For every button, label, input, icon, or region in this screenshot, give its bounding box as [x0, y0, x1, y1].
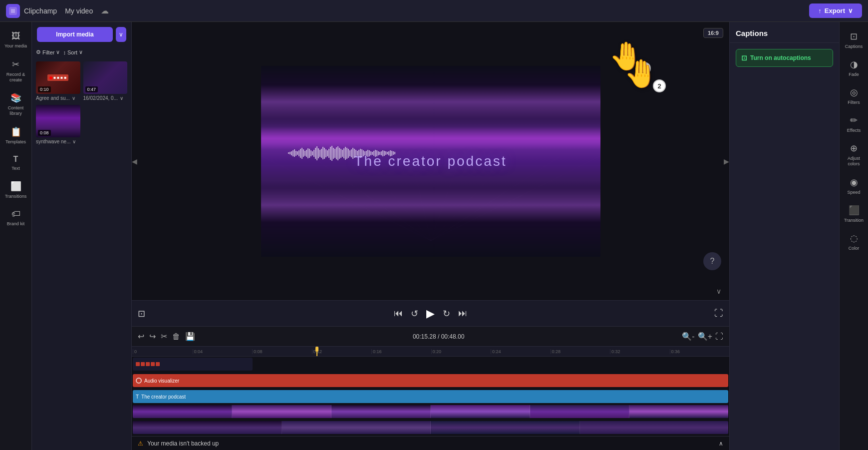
collapse-left-panel-button[interactable]: ◀: [132, 157, 137, 165]
media-panel: Import media ∨ ⚙ Filter ∨ ↕ Sort ∨: [32, 22, 132, 450]
sort-icon: ↕: [63, 49, 66, 55]
right-label-color: Color: [849, 246, 860, 251]
ruler-mark-0: 0: [133, 349, 193, 354]
sidebar-item-record-create[interactable]: ✂ Record &create: [0, 54, 31, 88]
delete-button[interactable]: 🗑: [172, 332, 180, 341]
forward-button[interactable]: ↻: [443, 308, 450, 319]
clip-creator-podcast-label: The creator podcast: [141, 394, 186, 400]
save-button[interactable]: 💾: [185, 332, 195, 341]
right-item-adjust-colors[interactable]: ⊕ Adjustcolors: [840, 138, 868, 172]
track-row-black: [132, 357, 729, 372]
media-timestamp-1: 0:10: [38, 86, 51, 92]
captions-panel: Captions ⊡ Turn on autocaptions: [729, 22, 839, 450]
transitions-icon: ⬜: [10, 181, 21, 192]
clip-audio-visualizer[interactable]: Audio visualizer: [133, 374, 728, 387]
expand-right-panel-button[interactable]: ▶: [724, 157, 729, 165]
right-item-transition[interactable]: ⬛ Transition: [840, 200, 868, 228]
right-item-filters[interactable]: ◎ Filters: [840, 82, 868, 110]
cut-button[interactable]: ✂: [161, 332, 167, 341]
skip-forward-button[interactable]: ⏭: [458, 308, 467, 319]
track-row-creator-podcast: T The creator podcast: [132, 388, 729, 404]
sidebar-label-text: Text: [11, 166, 20, 171]
status-icon: ⚠: [138, 440, 143, 447]
media-label-chevron-2: ∨: [120, 95, 123, 101]
ruler-mark-7: 0:28: [551, 349, 610, 354]
right-item-color[interactable]: ◌ Color: [840, 228, 868, 256]
help-button[interactable]: ?: [703, 252, 721, 270]
clip-audio-visualizer-label: Audio visualizer: [144, 378, 179, 384]
crop-button[interactable]: ⊡: [138, 308, 145, 319]
fit-button[interactable]: ⛶: [715, 332, 723, 341]
media-label-text-3: synthwave ne...: [36, 139, 70, 144]
skip-back-button[interactable]: ⏮: [394, 308, 403, 319]
video-preview: // This will be rendered by the template…: [261, 66, 600, 257]
ruler-mark-4: 0:16: [371, 349, 431, 354]
sort-button[interactable]: ↕ Sort ∨: [63, 49, 83, 55]
right-item-captions[interactable]: ⊡ Captions: [840, 26, 868, 54]
cloud-icon: ☁: [101, 6, 109, 15]
topbar-left: Clipchamp My video ☁: [6, 4, 109, 18]
right-item-fade[interactable]: ◑ Fade: [840, 54, 868, 82]
zoom-in-button[interactable]: 🔍+: [698, 332, 712, 341]
zoom-buttons: 🔍- 🔍+ ⛶: [682, 332, 723, 341]
export-button[interactable]: ↑ Export ∨: [809, 3, 862, 18]
turn-on-autocaptions-button[interactable]: ⊡ Turn on autocaptions: [736, 49, 833, 67]
captions-icon: ⊡: [741, 54, 747, 62]
status-collapse[interactable]: ∧: [719, 440, 723, 447]
timeline-time: 00:15.28 / 00:48.00: [413, 333, 464, 340]
track-row-dark-purple: [132, 420, 729, 436]
sidebar-label-content-library: Contentlibrary: [8, 105, 24, 116]
ruler-mark-1: 0:04: [193, 349, 253, 354]
app-logo: [6, 4, 20, 18]
right-label-effects: Effects: [847, 128, 861, 133]
filter-button[interactable]: ⚙ Filter ∨: [36, 49, 60, 55]
media-label-text-1: Agree and su...: [36, 95, 70, 101]
track-row-purple-video: [132, 404, 729, 420]
sidebar-item-your-media[interactable]: 🖼 Your media: [0, 26, 31, 54]
collapse-down-button[interactable]: ∨: [716, 287, 721, 295]
import-media-button[interactable]: Import media: [37, 27, 113, 42]
redo-button[interactable]: ↪: [149, 332, 156, 341]
left-sidebar: 🖼 Your media ✂ Record &create 📚 Contentl…: [0, 22, 32, 450]
clip-dark-purple-strip[interactable]: [133, 421, 728, 434]
right-item-speed[interactable]: ◉ Speed: [840, 172, 868, 200]
ruler-mark-3: 0:12: [312, 349, 372, 354]
clip-purple-video[interactable]: [133, 405, 728, 418]
sidebar-item-text[interactable]: T Text: [0, 150, 31, 176]
filters-icon: ◎: [850, 87, 858, 98]
sidebar-item-transitions[interactable]: ⬜ Transitions: [0, 176, 31, 204]
media-item-3[interactable]: 0:08 synthwave ne... ∨: [36, 105, 80, 144]
sort-chevron-icon: ∨: [79, 49, 83, 55]
color-icon: ◌: [850, 233, 858, 244]
sidebar-item-brand-kit[interactable]: 🏷 Brand kit: [0, 204, 31, 231]
sidebar-item-content-library[interactable]: 📚 Contentlibrary: [0, 87, 31, 121]
ruler-mark-2: 0:08: [252, 349, 312, 354]
ruler-mark-9: 0:36: [670, 349, 730, 354]
import-dropdown-button[interactable]: ∨: [116, 27, 126, 42]
video-title: My video: [65, 7, 93, 15]
your-media-icon: 🖼: [11, 31, 20, 41]
media-row-1: ■ ■ ■ ■ 0:10 Agree and su... ∨ 0:47: [36, 61, 127, 101]
clip-creator-podcast[interactable]: T The creator podcast: [133, 390, 728, 403]
media-label-3: synthwave ne... ∨: [36, 139, 80, 144]
media-label-1: Agree and su... ∨: [36, 95, 80, 101]
fullscreen-button[interactable]: ⛶: [714, 308, 723, 319]
sidebar-item-templates[interactable]: 📋 Templates: [0, 121, 31, 150]
center-area: ◀: [132, 22, 729, 450]
zoom-out-button[interactable]: 🔍-: [682, 332, 694, 341]
export-icon: ↑: [818, 7, 822, 14]
media-item-2[interactable]: 0:47 16/02/2024, 0... ∨: [83, 61, 128, 101]
media-timestamp-3: 0:08: [38, 130, 51, 136]
adjust-colors-icon: ⊕: [850, 143, 858, 154]
media-timestamp-2: 0:47: [85, 86, 98, 92]
ruler-mark-5: 0:20: [431, 349, 491, 354]
preview-area: ◀: [132, 22, 729, 300]
play-button[interactable]: ▶: [426, 307, 435, 320]
media-item-1[interactable]: ■ ■ ■ ■ 0:10 Agree and su... ∨: [36, 61, 80, 101]
sort-label: Sort: [67, 49, 77, 55]
status-bar: ⚠ Your media isn't backed up ∧: [132, 436, 729, 450]
right-item-effects[interactable]: ✏ Effects: [840, 110, 868, 138]
undo-button[interactable]: ↩: [138, 332, 144, 341]
playhead-head: [315, 347, 318, 352]
rewind-button[interactable]: ↺: [411, 308, 418, 319]
